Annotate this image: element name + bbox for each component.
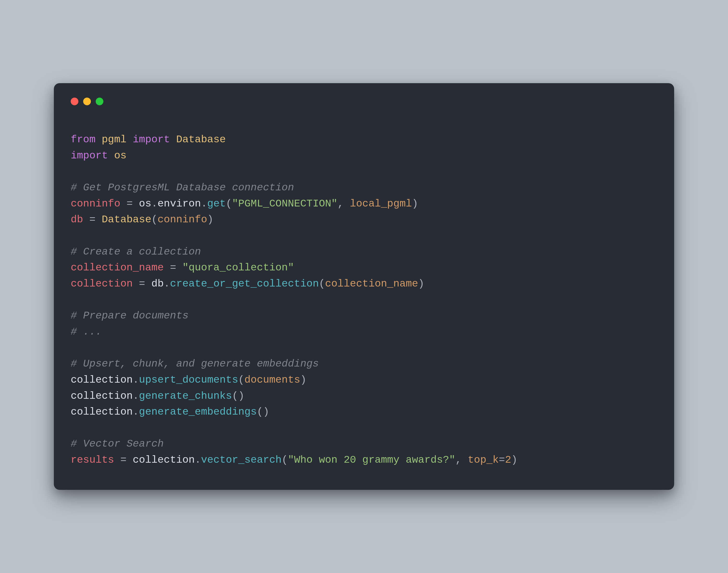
operator: =	[499, 454, 505, 466]
var-collection-name: collection_name	[71, 262, 164, 273]
kwarg-name: top_k	[468, 454, 499, 466]
dot: .	[133, 390, 139, 402]
comma: ,	[337, 198, 350, 210]
object-ref: os	[139, 198, 151, 210]
object-ref: collection	[71, 374, 133, 386]
minimize-icon[interactable]	[83, 98, 91, 105]
paren-open: (	[226, 198, 232, 210]
paren-close: )	[412, 198, 418, 210]
var-collection: collection	[71, 278, 133, 290]
comment: # Get PostgresML Database connection	[71, 182, 294, 194]
keyword-import: import	[133, 134, 170, 145]
comment: # Vector Search	[71, 438, 164, 450]
zoom-icon[interactable]	[96, 98, 103, 105]
var-conninfo: conninfo	[71, 198, 120, 210]
argument: collection_name	[325, 278, 418, 290]
paren-close: )	[207, 214, 213, 225]
dot: .	[133, 406, 139, 418]
operator: =	[120, 198, 139, 210]
var-results: results	[71, 454, 114, 466]
paren-close: )	[511, 454, 517, 466]
attr-ref: environ	[157, 198, 201, 210]
paren-close: )	[418, 278, 424, 290]
comment: # ...	[71, 326, 102, 338]
object-ref: db	[151, 278, 164, 290]
argument: documents	[245, 374, 300, 386]
method-name: get	[207, 198, 226, 210]
module-name: pgml	[102, 134, 126, 145]
comma: ,	[455, 454, 468, 466]
comment: # Create a collection	[71, 246, 201, 258]
paren-open: (	[232, 390, 238, 402]
object-ref: collection	[71, 406, 133, 418]
code-window: from pgml import Database import os # Ge…	[54, 83, 674, 489]
method-name: generate_chunks	[139, 390, 232, 402]
method-name: upsert_documents	[139, 374, 238, 386]
object-ref: collection	[133, 454, 195, 466]
paren-open: (	[319, 278, 325, 290]
paren-open: (	[151, 214, 157, 225]
argument: local_pgml	[350, 198, 412, 210]
method-name: create_or_get_collection	[170, 278, 319, 290]
paren-open: (	[281, 454, 288, 466]
method-name: generate_embeddings	[139, 406, 257, 418]
operator: =	[83, 214, 102, 225]
paren-close: )	[263, 406, 269, 418]
dot: .	[201, 198, 207, 210]
module-name: os	[114, 150, 127, 161]
method-name: vector_search	[201, 454, 281, 466]
paren-open: (	[257, 406, 263, 418]
string-literal: "quora_collection"	[183, 262, 294, 273]
keyword-from: from	[71, 134, 96, 145]
window-titlebar	[71, 98, 657, 105]
keyword-import: import	[71, 150, 108, 161]
close-icon[interactable]	[71, 98, 79, 105]
dot: .	[195, 454, 201, 466]
dot: .	[164, 278, 170, 290]
class-name: Database	[102, 214, 151, 225]
paren-close: )	[300, 374, 307, 386]
dot: .	[133, 374, 139, 386]
string-literal: "Who won 20 grammy awards?"	[288, 454, 455, 466]
var-db: db	[71, 214, 83, 225]
object-ref: collection	[71, 390, 133, 402]
operator: =	[133, 278, 151, 290]
paren-open: (	[238, 374, 245, 386]
comment: # Prepare documents	[71, 310, 189, 322]
argument: conninfo	[157, 214, 207, 225]
string-literal: "PGML_CONNECTION"	[232, 198, 337, 210]
code-block: from pgml import Database import os # Ge…	[71, 132, 657, 468]
comment: # Upsert, chunk, and generate embeddings	[71, 358, 319, 370]
number-literal: 2	[505, 454, 511, 466]
dot: .	[151, 198, 157, 210]
operator: =	[164, 262, 182, 273]
paren-close: )	[238, 390, 245, 402]
class-name: Database	[176, 134, 226, 145]
operator: =	[114, 454, 133, 466]
